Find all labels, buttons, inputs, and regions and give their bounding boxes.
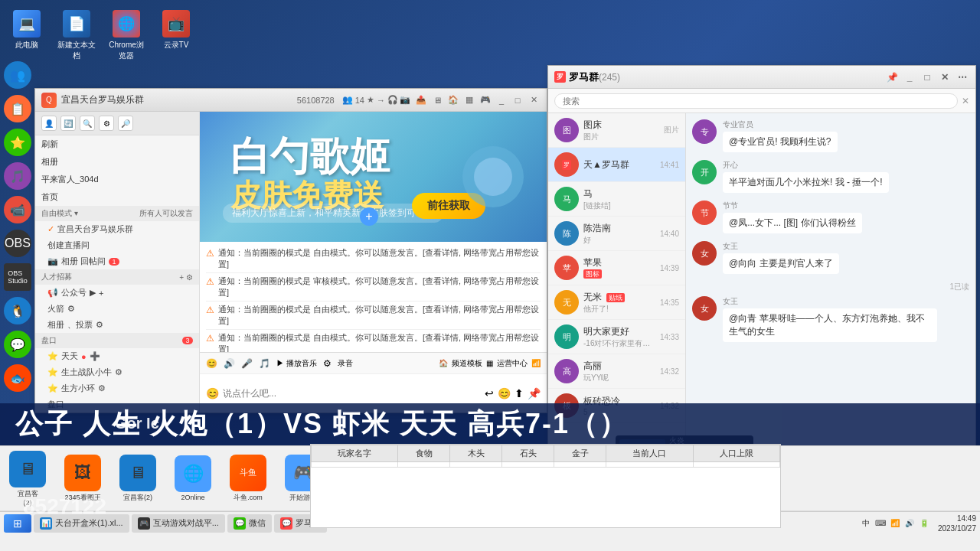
sidebar-item-平来富人[interactable]: 平来富人_304d [35, 171, 199, 188]
生土战队-btn[interactable]: ⚙ [115, 367, 122, 377]
app-icon-宜昌2[interactable]: 🖥 宜昌客(2) [110, 455, 165, 503]
gc-list-item-罗马群[interactable]: 罗 天▲罗马群 14:41 [548, 148, 685, 182]
desktop-icon-tv[interactable]: 📺 云录TV [153, 8, 199, 64]
sidebar-subitem-火箭[interactable]: 火箭 ⚙ [35, 301, 199, 317]
app-icon-2online[interactable]: 🌐 2Online [165, 455, 220, 501]
chat-input-field[interactable] [223, 388, 485, 399]
left-icon-video[interactable]: 📹 [4, 196, 31, 223]
toolbar-house-btn[interactable]: 🏠 [439, 359, 448, 367]
input-more-btn[interactable]: 📌 [528, 387, 541, 399]
left-icon-msgs[interactable]: 📋 [4, 95, 31, 122]
公众-btn1[interactable]: ▶ [90, 288, 96, 298]
taskbar-item-wechat[interactable]: 💬 微信 [227, 514, 272, 533]
gc-list-item-马[interactable]: 马 马 [链接结] [548, 182, 685, 217]
qq-minimize-btn[interactable]: _ [495, 93, 508, 107]
gc-minimize-btn[interactable]: _ [903, 70, 916, 84]
gc-more-btn[interactable]: ⋯ [956, 70, 969, 84]
left-icon-obs[interactable]: OBS [4, 230, 31, 257]
gc-list-item-明大家[interactable]: 明 明大家更好 -16对!不行家里有健身器具... 14:33 [548, 320, 685, 354]
公众-btn2[interactable]: + [99, 289, 103, 298]
gc-maximize-btn[interactable]: □ [920, 70, 934, 84]
gc-list-item-苹果[interactable]: 苹 苹果 图标 14:39 [548, 251, 685, 285]
app-icon-douyu[interactable]: 斗鱼 斗鱼.com [220, 455, 276, 503]
sidebar-item-刷新[interactable]: 刷新 [35, 135, 199, 153]
gc-list-item-图床[interactable]: 图 图床 图片 图片 [548, 113, 685, 148]
sidebar-subitem-天天[interactable]: ⭐ 天天 ● ➕ [35, 348, 199, 364]
left-icon-wechat2[interactable]: 💬 [4, 331, 31, 358]
sidebar-refresh-btn[interactable]: 🔄 [60, 116, 76, 131]
app-label-2online: 2Online [181, 494, 204, 501]
input-face-btn[interactable]: 😊 [498, 387, 511, 399]
obs-studio-icon[interactable]: OBSStudio [4, 263, 31, 291]
left-icon-douyu[interactable]: 🐟 [4, 364, 31, 392]
sys-tray-keyboard[interactable]: ⌨ [874, 517, 887, 530]
toolbar-rec-btn[interactable]: 录音 [338, 358, 353, 369]
sidebar-item-首页[interactable]: 首页 [35, 188, 199, 206]
qq-game-btn[interactable]: 🎮 [479, 93, 492, 107]
left-icon-contacts[interactable]: 👥 [4, 61, 31, 89]
headphone-icon: 🎧 [387, 95, 398, 105]
desktop-icon-chrome[interactable]: 🌐 Chrome浏览器 [103, 8, 149, 64]
sys-tray-lang[interactable]: 中 [860, 517, 872, 530]
gc-avatar-图床: 图 [554, 118, 579, 142]
sidebar-gear-btn[interactable]: ⚙ [99, 116, 114, 131]
qq-camera-btn[interactable]: 📷 [398, 93, 412, 107]
msg-name-1: 开心 [723, 160, 969, 171]
生方小环-btn[interactable]: ⚙ [98, 383, 106, 393]
sidebar-subitem-创建直播间[interactable]: 创建直播间 [35, 237, 199, 253]
toolbar-play-btn[interactable]: ▶ 播放音乐 [276, 358, 317, 369]
sidebar-search2-btn[interactable]: 🔎 [118, 116, 133, 131]
sys-tray-sound[interactable]: 🔊 [903, 517, 916, 530]
qq-home-btn[interactable]: 🏠 [446, 93, 460, 107]
sidebar-search-btn[interactable]: 🔍 [80, 116, 95, 131]
settings-icon[interactable]: ⚙ [186, 273, 193, 282]
member-count: 14 [355, 96, 364, 105]
gc-search-close-btn[interactable]: ✕ [962, 96, 969, 106]
qq-screen-btn[interactable]: 🖥 [430, 93, 444, 107]
desktop-icon-computer[interactable]: 💻 此电脑 [4, 8, 50, 64]
天天-add[interactable]: ➕ [90, 351, 100, 361]
msg-bubble-2: @凤...女下... [图] 你们认得粉丝 [723, 213, 862, 233]
input-share-btn[interactable]: ⬆ [514, 387, 524, 399]
left-icon-music[interactable]: 🎵 [4, 162, 31, 190]
toolbar-voice-btn[interactable]: 🔊 [224, 358, 235, 369]
toolbar-mic-btn[interactable]: 🎤 [241, 358, 253, 369]
相册2-btn[interactable]: ⚙ [96, 320, 103, 330]
gc-close-btn[interactable]: ✕ [938, 70, 952, 84]
qq-share-btn[interactable]: 📤 [414, 93, 428, 107]
toolbar-grid-btn[interactable]: ▦ [486, 359, 493, 367]
sidebar-subitem-公众[interactable]: 📢 公众号 ▶ + [35, 285, 199, 301]
gc-pin-btn[interactable]: 📌 [885, 70, 899, 84]
add-channel-btn[interactable]: + [360, 207, 378, 226]
toolbar-emoji-btn[interactable]: 😊 [206, 358, 217, 369]
app-img-宜昌1: 🖥 [9, 451, 46, 487]
qq-maximize-btn[interactable]: □ [511, 93, 524, 107]
sidebar-person-btn[interactable]: 👤 [41, 116, 57, 131]
gc-list-item-无米[interactable]: 无 无米 贴纸 他开了! 14:35 [548, 285, 685, 320]
add-icon[interactable]: + [179, 273, 184, 282]
toolbar-signal-btn[interactable]: 📶 [531, 359, 541, 367]
gc-list-item-高丽[interactable]: 高 高丽 玩YY呢 14:32 [548, 354, 685, 389]
qq-close-btn[interactable]: ✕ [527, 93, 541, 107]
sidebar-item-相册[interactable]: 相册 [35, 153, 199, 171]
sidebar-subitem-宜昌罗马[interactable]: ✓ 宜昌天台罗马娱乐群 [35, 221, 199, 237]
msg-avatar-0: 专 [692, 119, 717, 144]
sys-tray-battery[interactable]: 🔋 [918, 517, 930, 530]
sys-tray-network[interactable]: 📶 [889, 517, 901, 530]
sidebar-subitem-相册回帖间[interactable]: 📷 相册 回帖间 1 [35, 253, 199, 269]
input-reply-btn[interactable]: ↩ [485, 387, 494, 399]
taskbar-item-1[interactable]: 🎮 互动游戏对战平... [132, 514, 225, 533]
gc-search-input[interactable] [554, 93, 958, 109]
left-icon-qq2[interactable]: 🐧 [4, 297, 31, 324]
gc-list-item-陈浩南[interactable]: 陈 陈浩南 好 14:40 [548, 217, 685, 251]
sidebar-subitem-相册2[interactable]: 相册 、投票 ⚙ [35, 317, 199, 333]
toolbar-music-btn[interactable]: 🎵 [259, 358, 270, 369]
left-icon-space[interactable]: ⭐ [4, 129, 31, 156]
sidebar-subitem-生方小环[interactable]: ⭐ 生方小环 ⚙ [35, 380, 199, 396]
火箭-btn[interactable]: ⚙ [67, 304, 75, 314]
toolbar-settings-btn[interactable]: ⚙ [323, 358, 332, 369]
sidebar-subitem-生土战队[interactable]: ⭐ 生土战队小牛 ⚙ [35, 364, 199, 380]
gc-item-time-图床: 图片 [664, 125, 679, 135]
qq-grid-btn[interactable]: ▦ [462, 93, 476, 107]
desktop-icon-word[interactable]: 📄 新建文本文档 [54, 8, 100, 64]
